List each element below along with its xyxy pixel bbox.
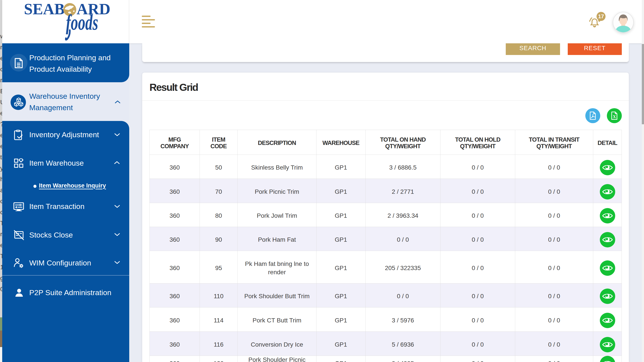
svg-text:X: X (613, 114, 616, 119)
